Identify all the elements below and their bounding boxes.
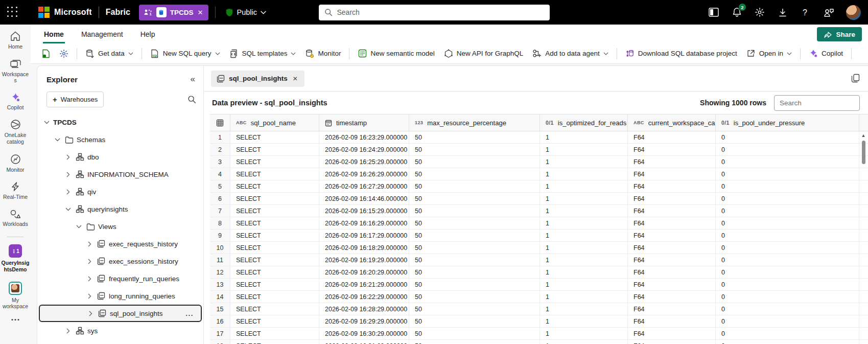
table-cell[interactable]: F64: [628, 230, 716, 241]
feedback-icon[interactable]: [823, 7, 834, 18]
table-cell[interactable]: 2026-02-09 16:25:29.000000: [319, 156, 409, 168]
row-number-cell[interactable]: 8: [210, 217, 230, 229]
row-number-cell[interactable]: 5: [210, 180, 230, 192]
fabric-wordmark[interactable]: Fabric: [106, 8, 130, 17]
table-cell[interactable]: 1: [540, 168, 628, 180]
table-cell[interactable]: 0: [716, 254, 859, 266]
table-cell[interactable]: 1: [540, 242, 628, 254]
tree-item-schemas[interactable]: Schemas: [37, 131, 203, 148]
row-number-cell[interactable]: 17: [210, 328, 230, 339]
table-cell[interactable]: 50: [409, 156, 540, 168]
table-cell[interactable]: SELECT: [230, 254, 319, 266]
table-cell[interactable]: 50: [409, 242, 540, 254]
account-avatar[interactable]: [846, 5, 861, 20]
open-item-pill[interactable]: 1 TPCDS ✕: [139, 5, 208, 20]
table-cell[interactable]: 1: [540, 217, 628, 229]
table-cell[interactable]: 1: [540, 340, 628, 344]
table-cell[interactable]: 50: [409, 315, 540, 327]
table-cell[interactable]: F64: [628, 242, 716, 254]
table-cell[interactable]: F64: [628, 328, 716, 339]
toolbar-open-in[interactable]: Open in: [742, 47, 796, 61]
microsoft-logo[interactable]: Microsoft: [25, 7, 92, 18]
table-cell[interactable]: 2026-02-09 16:18:29.000000: [319, 242, 409, 254]
tree-item-qiv[interactable]: qiv: [37, 183, 203, 200]
table-search-input[interactable]: [774, 95, 860, 111]
row-number-cell[interactable]: 12: [210, 266, 230, 278]
table-cell[interactable]: SELECT: [230, 303, 319, 315]
table-cell[interactable]: 0: [716, 230, 859, 241]
table-cell[interactable]: 2026-02-09 16:21:29.000000: [319, 279, 409, 290]
menu-tab-management[interactable]: Management: [80, 26, 124, 43]
table-cell[interactable]: 2026-02-09 16:22:29.000000: [319, 291, 409, 303]
table-cell[interactable]: 50: [409, 180, 540, 192]
sensitivity-label-button[interactable]: Public: [225, 8, 267, 17]
table-cell[interactable]: SELECT: [230, 180, 319, 192]
collapse-pane-icon[interactable]: «: [191, 74, 195, 84]
column-header-is-pool-under-pressure[interactable]: 0/1is_pool_under_pressure: [716, 114, 859, 131]
table-cell[interactable]: F64: [628, 315, 716, 327]
rail-item-more[interactable]: [1, 318, 30, 321]
table-cell[interactable]: 50: [409, 230, 540, 241]
rail-item-workloads[interactable]: Workloads: [1, 209, 30, 227]
table-cell[interactable]: 2026-02-09 16:20:29.000000: [319, 266, 409, 278]
table-cell[interactable]: 1: [540, 254, 628, 266]
table-cell[interactable]: 1: [540, 303, 628, 315]
notifications-button[interactable]: 2: [731, 7, 742, 18]
table-cell[interactable]: 50: [409, 340, 540, 344]
column-header-timestamp[interactable]: timestamp: [319, 114, 409, 131]
table-cell[interactable]: F64: [628, 168, 716, 180]
table-cell[interactable]: 2026-02-09 16:19:29.000000: [319, 254, 409, 266]
table-cell[interactable]: 1: [540, 205, 628, 217]
table-cell[interactable]: 2026-02-09 16:15:29.000000: [319, 205, 409, 217]
table-cell[interactable]: SELECT: [230, 217, 319, 229]
app-launcher-icon[interactable]: [7, 7, 18, 18]
tree-item-exec-requests-history[interactable]: exec_requests_history: [37, 235, 203, 253]
menu-tab-help[interactable]: Help: [139, 26, 156, 43]
table-cell[interactable]: 50: [409, 303, 540, 315]
table-cell[interactable]: SELECT: [230, 242, 319, 254]
vertical-scrollbar[interactable]: ▲: [860, 131, 867, 344]
table-cell[interactable]: SELECT: [230, 131, 319, 143]
chevron-right-icon[interactable]: [64, 328, 72, 334]
toolbar-monitor[interactable]: Monitor: [301, 47, 345, 61]
table-cell[interactable]: 50: [409, 279, 540, 290]
tree-item-views[interactable]: Views: [37, 218, 203, 235]
table-cell[interactable]: 1: [540, 291, 628, 303]
table-cell[interactable]: F64: [628, 156, 716, 168]
table-cell[interactable]: SELECT: [230, 291, 319, 303]
tree-item-information-schema[interactable]: INFORMATION_SCHEMA: [37, 166, 203, 183]
table-cell[interactable]: 1: [540, 230, 628, 241]
table-cell[interactable]: 50: [409, 168, 540, 180]
table-cell[interactable]: 1: [540, 193, 628, 204]
chevron-down-icon[interactable]: [53, 138, 61, 142]
table-cell[interactable]: 2026-02-09 16:23:29.000000: [319, 131, 409, 143]
table-cell[interactable]: 0: [716, 168, 859, 180]
chevron-right-icon[interactable]: [85, 293, 93, 299]
toolbar-new-api-for-graphql[interactable]: New API for GraphQL: [440, 47, 528, 61]
row-number-cell[interactable]: 4: [210, 168, 230, 180]
table-cell[interactable]: 0: [716, 340, 859, 344]
tab-sql-pool-insights[interactable]: sql_pool_insights ✕: [211, 71, 304, 87]
toolbar-new-semantic-model[interactable]: New semantic model: [354, 47, 438, 61]
table-cell[interactable]: F64: [628, 303, 716, 315]
table-cell[interactable]: SELECT: [230, 279, 319, 290]
table-cell[interactable]: 0: [716, 205, 859, 217]
toolbar-copilot[interactable]: Copilot: [805, 47, 847, 61]
chevron-right-icon[interactable]: [86, 311, 95, 316]
table-cell[interactable]: F64: [628, 193, 716, 204]
table-cell[interactable]: 50: [409, 205, 540, 217]
row-number-cell[interactable]: 15: [210, 303, 230, 315]
table-cell[interactable]: F64: [628, 279, 716, 290]
rail-item-workspaces[interactable]: Workspaces: [1, 59, 30, 84]
tree-item-exec-sessions-history[interactable]: exec_sessions_history: [37, 253, 203, 270]
table-cell[interactable]: SELECT: [230, 205, 319, 217]
table-cell[interactable]: 0: [716, 131, 859, 143]
explorer-search-icon[interactable]: [187, 95, 196, 104]
tree-item-dbo[interactable]: dbo: [37, 148, 203, 166]
table-cell[interactable]: 0: [716, 193, 859, 204]
table-cell[interactable]: 2026-02-09 16:14:46.000000: [319, 193, 409, 204]
global-search-input[interactable]: Search: [319, 5, 550, 20]
table-cell[interactable]: 1: [540, 279, 628, 290]
table-cell[interactable]: 2026-02-09 16:30:29.000000: [319, 328, 409, 339]
toolbar-sql-templates[interactable]: SQL templates: [225, 47, 300, 61]
